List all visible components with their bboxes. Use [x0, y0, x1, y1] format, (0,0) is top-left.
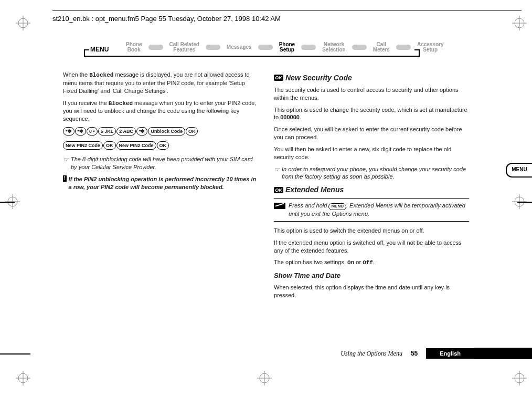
menu-connector-icon [206, 45, 220, 50]
header-rule [52, 11, 522, 11]
menu-breadcrumb: PhoneBookCall RelatedFeaturesMessagesPho… [126, 42, 444, 53]
menu-connector-icon [396, 45, 411, 50]
body-text: When the Blocked message is displayed, y… [63, 71, 258, 95]
tip-icon [274, 203, 285, 209]
phone-key: OK [157, 141, 169, 150]
menu-connector-icon [301, 45, 316, 50]
pointer-icon: ☞ [63, 155, 69, 171]
section-title: Using the Options Menu [341, 350, 402, 358]
warning-icon: ! [63, 175, 67, 182]
phone-key: OK [186, 127, 198, 136]
menu-tab-item: NetworkSelection [322, 42, 345, 53]
phone-key: 5 JKL [98, 127, 116, 136]
menu-frame [84, 56, 420, 57]
note-text: ☞ The 8-digit unblocking code will have … [63, 155, 258, 171]
phone-key: OK [103, 141, 116, 150]
menu-tab-item: Messages [227, 45, 252, 50]
key-sequence: New PIN2 CodeOKNew PIN2 CodeOK [63, 141, 258, 151]
ok-icon: OK [274, 75, 283, 81]
footer-bar [474, 348, 532, 359]
heading-new-security-code: OK New Security Code [274, 73, 469, 83]
menu-label: MENU [90, 46, 109, 53]
phone-key: Unblock Code [148, 127, 185, 136]
crop-mark-icon [16, 16, 30, 30]
right-column: OK New Security Code The security code i… [274, 71, 469, 303]
heading-show-time-date: Show Time and Date [274, 271, 469, 280]
menu-tab-item: AccessorySetup [417, 42, 444, 53]
body-text: If you receive the Blocked message when … [63, 99, 258, 123]
trim-line [517, 202, 532, 203]
menu-connector-icon [258, 45, 273, 50]
body-text: This option is used to change the securi… [274, 106, 469, 122]
menu-tab-item: PhoneBook [126, 42, 142, 53]
crop-mark-icon [257, 371, 272, 385]
body-text: The option has two settings, On or Off. [274, 258, 469, 267]
phone-key: *✱ [136, 127, 148, 136]
phone-key: *✱ [75, 127, 87, 136]
warning-text: ! If the PIN2 unblocking operation is pe… [63, 175, 258, 191]
page-footer: Using the Options Menu 55 English [0, 348, 532, 359]
body-text: This option is used to switch the extend… [274, 227, 469, 235]
heading-extended-menus: OK Extended Menus [274, 185, 469, 195]
menu-tab-item: PhoneSetup [279, 42, 295, 53]
body-text: Once selected, you will be asked to ente… [274, 126, 469, 141]
menu-tab-item: CallMeters [373, 42, 390, 53]
menu-tab-item: Call RelatedFeatures [169, 42, 199, 53]
pointer-icon: ☞ [274, 165, 280, 181]
menu-connector-icon [148, 45, 163, 50]
phone-key: New PIN2 Code [63, 141, 103, 150]
phone-key: 2 ABC [116, 127, 136, 136]
ok-icon: OK [274, 187, 283, 193]
tip-box: Press and hold MENU. Extended Menus will… [274, 198, 469, 222]
note-text: ☞ In order to safeguard your phone, you … [274, 165, 469, 181]
body-text: If the extended menu option is switched … [274, 239, 469, 255]
crop-mark-icon [512, 16, 527, 30]
language-label: English [426, 348, 474, 359]
document-header: st210_en.bk : opt_menu.fm5 Page 55 Tuesd… [52, 15, 281, 23]
menu-connector-icon [352, 45, 367, 50]
phone-key: *✱ [63, 127, 75, 136]
body-text: When selected, this option displays the … [274, 284, 469, 299]
crop-mark-icon [512, 371, 527, 385]
crop-mark-icon [16, 371, 30, 385]
side-menu-tab: MENU [506, 163, 532, 178]
key-sequence: *✱*✱0 •5 JKL2 ABC*✱Unblock CodeOK [63, 127, 258, 137]
body-text: You will then be asked to enter a new, s… [274, 145, 469, 161]
phone-key: New PIN2 Code [116, 141, 156, 150]
page-number: 55 [411, 350, 418, 357]
body-text: The security code is used to control acc… [274, 86, 469, 102]
menu-key-icon: MENU [328, 203, 346, 210]
trim-line [0, 202, 15, 203]
phone-key: 0 • [87, 127, 98, 136]
left-column: When the Blocked message is displayed, y… [63, 71, 258, 303]
